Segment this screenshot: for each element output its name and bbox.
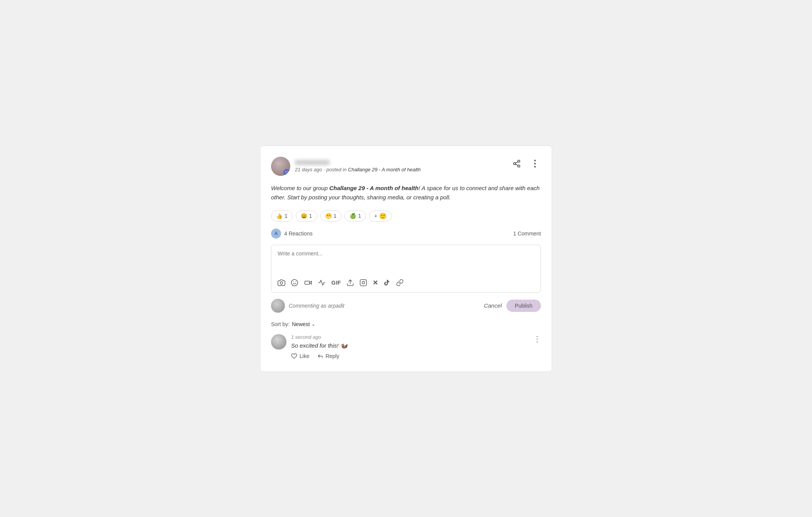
soundcloud-icon[interactable]: [318, 279, 326, 287]
comment-item: 1 second ago So excited for this! 🦦 Like…: [271, 334, 541, 359]
stats-row: A 4 Reactions 1 Comment: [271, 229, 541, 239]
shield-icon: 🛡: [283, 169, 290, 176]
post-body: Welcome to our group Challange 29 - A mo…: [271, 184, 541, 202]
post-header: 🛡 21 days ago · posted in Challange 29 -…: [271, 157, 541, 176]
chevron-down-icon: ⌄: [311, 321, 315, 327]
svg-line-3: [516, 164, 518, 166]
reaction-grin[interactable]: 😀 1: [296, 210, 317, 222]
reactions-count: 4 Reactions: [284, 230, 313, 237]
reaction-laughing[interactable]: 😁 1: [320, 210, 342, 222]
commenting-as-row: Commenting as arpadit Cancel Publish: [271, 299, 541, 313]
comment-time: 1 second ago: [291, 334, 541, 340]
comment-more-button[interactable]: ⋮: [533, 334, 541, 343]
comment-actions: Like Reply: [291, 353, 541, 359]
comment-textarea[interactable]: [278, 250, 534, 273]
gif-icon[interactable]: GIF: [331, 280, 341, 286]
svg-point-5: [280, 282, 283, 285]
twitter-x-icon[interactable]: ✕: [373, 279, 378, 287]
sort-row: Sort by: Newest ⌄: [271, 321, 541, 327]
instagram-icon[interactable]: [359, 279, 367, 287]
camera-icon[interactable]: [278, 279, 285, 287]
reaction-apple[interactable]: 🍏 1: [344, 210, 366, 222]
sort-dropdown[interactable]: Newest ⌄: [292, 321, 315, 327]
video-icon[interactable]: [304, 279, 312, 287]
post-header-left: 🛡 21 days ago · posted in Challange 29 -…: [271, 157, 421, 176]
commenting-as-right: Cancel Publish: [484, 300, 541, 312]
username-row: [295, 160, 421, 165]
post-header-right: ⋮: [511, 157, 541, 171]
comment-toolbar: GIF ✕: [278, 279, 534, 287]
link-icon[interactable]: [396, 279, 404, 287]
reactions-summary: A 4 Reactions: [271, 229, 313, 239]
comments-count: 1 Comment: [513, 230, 541, 237]
comment-content: 1 second ago So excited for this! 🦦 Like…: [291, 334, 541, 359]
reactions-avatar: A: [271, 229, 281, 239]
publish-button[interactable]: Publish: [506, 300, 541, 312]
like-button[interactable]: Like: [291, 353, 309, 359]
reaction-thumbsup[interactable]: 👍 1: [271, 210, 293, 222]
upload-icon[interactable]: [346, 279, 354, 287]
commenting-as-left: Commenting as arpadit: [271, 299, 344, 313]
svg-rect-9: [305, 281, 310, 284]
svg-point-6: [291, 280, 298, 286]
comment-text: So excited for this! 🦦: [291, 342, 541, 349]
svg-rect-12: [360, 280, 367, 286]
post-card: 🛡 21 days ago · posted in Challange 29 -…: [260, 146, 552, 372]
comment-input-box[interactable]: GIF ✕: [271, 245, 541, 293]
emoji-icon[interactable]: [291, 279, 298, 287]
commenter-avatar: [271, 299, 285, 313]
tiktok-icon[interactable]: [383, 279, 390, 287]
post-meta: 21 days ago · posted in Challange 29 - A…: [295, 160, 421, 172]
svg-line-4: [516, 161, 518, 163]
more-options-button[interactable]: ⋮: [529, 157, 541, 171]
reactions-row: 👍 1 😀 1 😁 1 🍏 1 + 🙂: [271, 210, 541, 222]
poster-avatar: 🛡: [271, 157, 290, 176]
poster-username: [295, 160, 329, 165]
commenting-as-label: Commenting as arpadit: [289, 303, 344, 309]
reply-button[interactable]: Reply: [317, 353, 339, 359]
share-button[interactable]: [511, 158, 522, 169]
post-time: 21 days ago · posted in Challange 29 - A…: [295, 167, 421, 172]
comment-author-avatar: [271, 334, 286, 350]
add-reaction-button[interactable]: + 🙂: [369, 210, 392, 222]
cancel-button[interactable]: Cancel: [484, 302, 502, 309]
